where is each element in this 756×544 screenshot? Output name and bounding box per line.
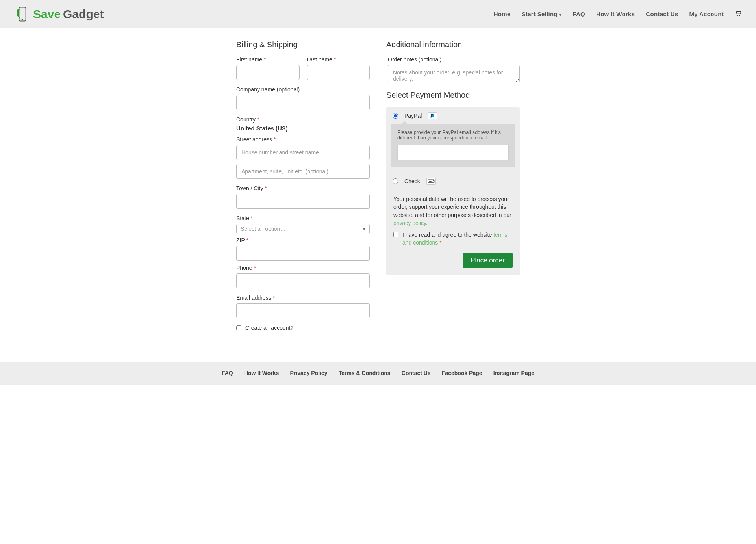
nav-how-it-works[interactable]: How It Works [596, 11, 635, 17]
last-name-input[interactable] [307, 65, 370, 80]
chevron-down-icon: ▾ [559, 12, 561, 17]
footer-facebook[interactable]: Facebook Page [442, 370, 482, 376]
privacy-block: Your personal data will be used to proce… [386, 189, 520, 275]
check-label: Check [404, 178, 420, 184]
payment-heading: Select Payment Method [386, 91, 520, 100]
nav-home[interactable]: Home [494, 11, 511, 17]
nav-my-account[interactable]: My Account [689, 11, 724, 17]
street-input-2[interactable] [236, 164, 370, 179]
additional-column: Additional information Order notes (opti… [386, 40, 520, 331]
country-label-text: Country [236, 116, 256, 123]
svg-point-3 [739, 15, 740, 16]
site-logo[interactable]: SaveGadget [14, 6, 104, 22]
place-order-button[interactable]: Place order [463, 253, 513, 268]
footer-instagram[interactable]: Instagram Page [493, 370, 534, 376]
nav-start-selling[interactable]: Start Selling▾ [522, 11, 562, 17]
phone-label-text: Phone [236, 265, 252, 271]
footer-contact[interactable]: Contact Us [402, 370, 431, 376]
cart-icon [735, 11, 742, 16]
street-input-1[interactable] [236, 145, 370, 160]
first-name-input[interactable] [236, 65, 300, 80]
footer-faq[interactable]: FAQ [222, 370, 233, 376]
logo-icon [14, 6, 31, 22]
last-name-label-text: Last name [307, 56, 332, 63]
zip-label: ZIP * [236, 237, 370, 243]
email-input[interactable] [236, 303, 370, 318]
paypal-icon [428, 112, 437, 119]
billing-heading: Billing & Shipping [236, 40, 370, 49]
additional-heading: Additional information [386, 40, 520, 49]
state-placeholder-text: Select an option… [241, 226, 285, 232]
zip-label-text: ZIP [236, 237, 245, 243]
privacy-policy-link[interactable]: privacy policy [393, 220, 426, 226]
cart-link[interactable] [735, 11, 742, 17]
email-label-text: Email address [236, 295, 271, 301]
paypal-radio[interactable] [393, 113, 398, 119]
order-notes-label: Order notes (optional) [388, 56, 520, 63]
zip-input[interactable] [236, 246, 370, 261]
create-account-checkbox[interactable] [236, 325, 241, 330]
country-value: United States (US) [236, 125, 370, 132]
check-radio[interactable] [393, 178, 398, 184]
svg-point-1 [22, 19, 23, 20]
company-label: Company name (optional) [236, 86, 370, 93]
order-notes-input[interactable] [388, 65, 520, 82]
state-select[interactable]: Select an option… ▾ [236, 224, 370, 234]
state-label: State * [236, 215, 370, 221]
top-nav: Home Start Selling▾ FAQ How It Works Con… [494, 11, 742, 17]
svg-point-2 [737, 15, 738, 16]
state-label-text: State [236, 215, 249, 221]
payment-block: PayPal Please provide your PayPal email … [386, 107, 520, 275]
payment-option-check[interactable]: Check [386, 172, 520, 189]
city-input[interactable] [236, 194, 370, 209]
nav-start-selling-label: Start Selling [522, 11, 558, 17]
phone-input[interactable] [236, 273, 370, 288]
site-header: SaveGadget Home Start Selling▾ FAQ How I… [0, 0, 756, 28]
street-label-text: Street address [236, 136, 272, 143]
create-account-label: Create an account? [245, 325, 293, 331]
phone-label: Phone * [236, 265, 370, 271]
terms-text: I have read and agree to the website [402, 232, 493, 238]
paypal-label: PayPal [404, 113, 422, 119]
first-name-label: First name * [236, 56, 300, 63]
street-label: Street address * [236, 136, 370, 143]
footer-terms[interactable]: Terms & Conditions [339, 370, 391, 376]
privacy-text: Your personal data will be used to proce… [393, 196, 511, 218]
footer-how[interactable]: How It Works [244, 370, 279, 376]
terms-checkbox[interactable] [393, 232, 398, 237]
country-label: Country * [236, 116, 370, 123]
paypal-email-input[interactable] [397, 145, 509, 160]
nav-contact[interactable]: Contact Us [646, 11, 678, 17]
chevron-down-icon: ▾ [363, 227, 365, 232]
billing-column: Billing & Shipping First name * Last nam… [236, 40, 370, 331]
company-input[interactable] [236, 95, 370, 110]
nav-faq[interactable]: FAQ [573, 11, 585, 17]
check-icon [426, 178, 436, 185]
paypal-help-text: Please provide your PayPal email address… [397, 130, 501, 141]
city-label-text: Town / City [236, 185, 263, 191]
terms-label-wrap: I have read and agree to the website ter… [402, 231, 513, 247]
footer-privacy[interactable]: Privacy Policy [290, 370, 328, 376]
paypal-description: Please provide your PayPal email address… [391, 124, 515, 167]
logo-gadget-text: Gadget [63, 7, 104, 21]
email-label: Email address * [236, 295, 370, 301]
last-name-label: Last name * [307, 56, 370, 63]
site-footer: FAQ How It Works Privacy Policy Terms & … [0, 362, 756, 385]
logo-save-text: Save [33, 7, 61, 21]
first-name-label-text: First name [236, 56, 262, 63]
city-label: Town / City * [236, 185, 370, 191]
